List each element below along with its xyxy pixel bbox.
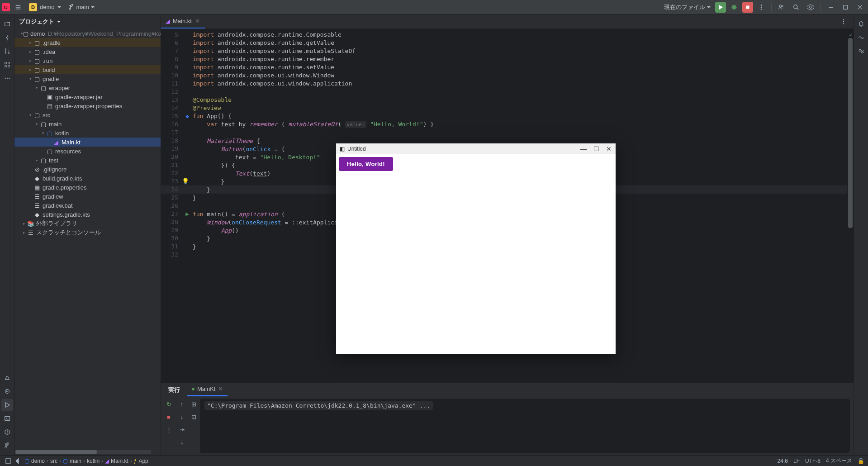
compose-close-button[interactable]: ✕ <box>606 145 612 152</box>
compose-maximize-button[interactable]: ☐ <box>593 145 599 152</box>
crumb-label: kotlin <box>87 458 100 464</box>
project-tool-button[interactable] <box>1 18 13 30</box>
run-output[interactable]: "C:\Program Files\Amazon Corretto\jdk22.… <box>200 399 850 453</box>
tree-row[interactable]: ▾▢wrapper <box>14 83 161 92</box>
tree-row[interactable]: ▸📚外部ライブラリ <box>14 219 161 228</box>
run-tab[interactable]: MainKt ✕ <box>187 384 228 396</box>
more-tools-button[interactable] <box>1 72 13 84</box>
tree-row[interactable]: ▾▢src <box>14 110 161 119</box>
scroll-to-end-button[interactable]: ⤓ <box>176 437 187 447</box>
run-tool-button[interactable] <box>1 399 13 411</box>
crumb[interactable]: src <box>50 458 57 464</box>
breadcrumb-back-button[interactable] <box>13 456 22 466</box>
crumb[interactable]: kotlin <box>87 458 100 464</box>
crumb[interactable]: ▢main <box>63 458 81 464</box>
svg-point-8 <box>6 37 8 38</box>
tree-row[interactable]: ▾▢kotlin <box>14 128 161 138</box>
crumb[interactable]: ▢demo <box>24 458 45 464</box>
indent-label[interactable]: 4 スペース <box>826 457 852 465</box>
project-tree-hscroll[interactable] <box>15 450 151 454</box>
run-config-selector[interactable]: 現在のファイル <box>661 1 713 13</box>
editor-scrollbar[interactable]: ✓ <box>847 29 854 383</box>
scroll-down-button[interactable]: ↓ <box>176 411 187 422</box>
readonly-toggle-icon[interactable]: 🔓 <box>858 458 864 464</box>
compose-minimize-button[interactable]: — <box>580 145 587 152</box>
tree-row[interactable]: ▸▢build <box>14 65 161 74</box>
tree-row[interactable]: ▢resources <box>14 147 161 156</box>
tree-row[interactable]: ⊘.gitignore <box>14 165 161 174</box>
tab-close-button[interactable]: ✕ <box>194 18 201 24</box>
rerun-button[interactable]: ↻ <box>163 399 174 409</box>
collaborate-button[interactable] <box>775 1 788 14</box>
more-button[interactable] <box>755 1 768 14</box>
compose-hello-button[interactable]: Hello, World! <box>339 157 393 171</box>
breadcrumbs[interactable]: ▢demo › src › ▢main › kotlin › ◢Main.kt … <box>24 458 148 464</box>
problems-tool-button[interactable] <box>1 426 13 438</box>
editor-tab[interactable]: ◢ Main.kt ✕ <box>161 14 205 29</box>
tree-row[interactable]: ▸▢.idea <box>14 47 161 56</box>
tree-row[interactable]: ◆build.gradle.kts <box>14 174 161 183</box>
notifications-button[interactable] <box>855 18 867 30</box>
run-toolbar-btn2[interactable]: ⊡ <box>188 411 199 422</box>
compose-app-titlebar[interactable]: ◧ Untitled — ☐ ✕ <box>336 143 616 154</box>
tool-window-bars-button[interactable] <box>4 456 13 466</box>
gradle-tool-button[interactable] <box>855 32 867 43</box>
terminal-tool-button[interactable] <box>1 413 13 424</box>
minimize-window-button[interactable] <box>825 1 837 14</box>
settings-button[interactable] <box>804 1 817 14</box>
tree-row[interactable]: ▸▢.run <box>14 56 161 65</box>
folder-icon: ▢ <box>40 120 47 128</box>
tree-row[interactable]: ▸☰スクラッチとコンソール <box>14 228 161 237</box>
project-panel-title: プロジェクト <box>19 18 54 26</box>
vcs-tool-button[interactable] <box>1 440 13 452</box>
caret-position[interactable]: 24:6 <box>778 458 788 464</box>
close-window-button[interactable] <box>854 1 866 14</box>
soft-wrap-button[interactable]: ⇥ <box>176 424 187 435</box>
maximize-window-button[interactable] <box>839 1 852 14</box>
crumb[interactable]: ◢Main.kt <box>105 458 128 464</box>
title-bar: IJ D demo main 現在のファイル <box>0 0 868 14</box>
stop-button[interactable] <box>742 2 753 13</box>
tree-row[interactable]: ▣gradle-wrapper.jar <box>14 92 161 101</box>
tree-row[interactable]: ▤gradle.properties <box>14 183 161 192</box>
project-selector[interactable]: D demo <box>26 1 64 13</box>
run-toolbar-btn1[interactable]: ⊞ <box>188 399 199 409</box>
tree-row[interactable]: ☰gradlew.bat <box>14 201 161 210</box>
tree-row-selected[interactable]: ◢Main.kt <box>14 138 161 147</box>
structure-tool-button[interactable] <box>1 59 13 71</box>
services-tool-button[interactable] <box>1 385 13 397</box>
scrollbar-thumb[interactable] <box>848 38 853 228</box>
crumb[interactable]: ƒApp <box>134 458 148 464</box>
editor-more-button[interactable] <box>837 15 850 28</box>
svg-rect-15 <box>8 66 9 67</box>
tree-root[interactable]: ▾ ▢ demo D:¥Repository¥Weekend_Programmi… <box>14 29 161 38</box>
run-button[interactable] <box>715 2 726 13</box>
run-tab-close-button[interactable]: ✕ <box>218 385 223 392</box>
hamburger-menu-button[interactable] <box>12 1 24 14</box>
vcs-branch-selector[interactable]: main <box>66 2 97 12</box>
tree-row[interactable]: ☰gradlew <box>14 192 161 201</box>
folder-icon: ▢ <box>33 111 41 119</box>
commit-tool-button[interactable] <box>1 32 13 43</box>
tree-row[interactable]: ▾▢gradle <box>14 74 161 83</box>
tree-row[interactable]: ▸▢.gradle <box>14 38 161 47</box>
editor-gutter[interactable]: 56789 1011121314 1516171819 2021222324 2… <box>161 29 182 383</box>
tree-row[interactable]: ◆settings.gradle.kts <box>14 210 161 219</box>
tree-row[interactable]: ▸▢test <box>14 156 161 165</box>
run-more-button[interactable]: ⋮ <box>163 424 174 435</box>
search-button[interactable] <box>790 1 802 14</box>
project-tree[interactable]: ▾ ▢ demo D:¥Repository¥Weekend_Programmi… <box>14 29 161 449</box>
tree-row[interactable]: ▤gradle-wrapper.properties <box>14 101 161 110</box>
database-tool-button[interactable] <box>855 45 867 57</box>
tree-row[interactable]: ▾▢main <box>14 119 161 128</box>
build-tool-button[interactable] <box>1 372 13 384</box>
folder-icon: ▢ <box>23 30 28 37</box>
project-name-label: demo <box>40 4 55 10</box>
debug-button[interactable] <box>728 1 740 14</box>
line-separator[interactable]: LF <box>793 458 800 464</box>
pull-requests-tool-button[interactable] <box>1 45 13 57</box>
project-panel-header[interactable]: プロジェクト <box>14 14 161 29</box>
file-encoding[interactable]: UTF-8 <box>805 458 821 464</box>
scroll-up-button[interactable]: ↑ <box>176 399 187 409</box>
stop-process-button[interactable]: ■ <box>163 411 174 422</box>
